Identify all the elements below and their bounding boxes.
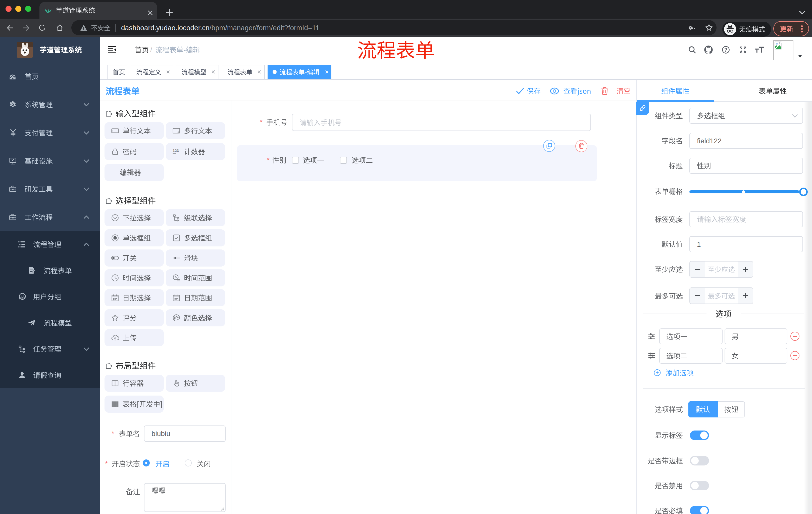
svg-text:123: 123 bbox=[173, 148, 179, 153]
